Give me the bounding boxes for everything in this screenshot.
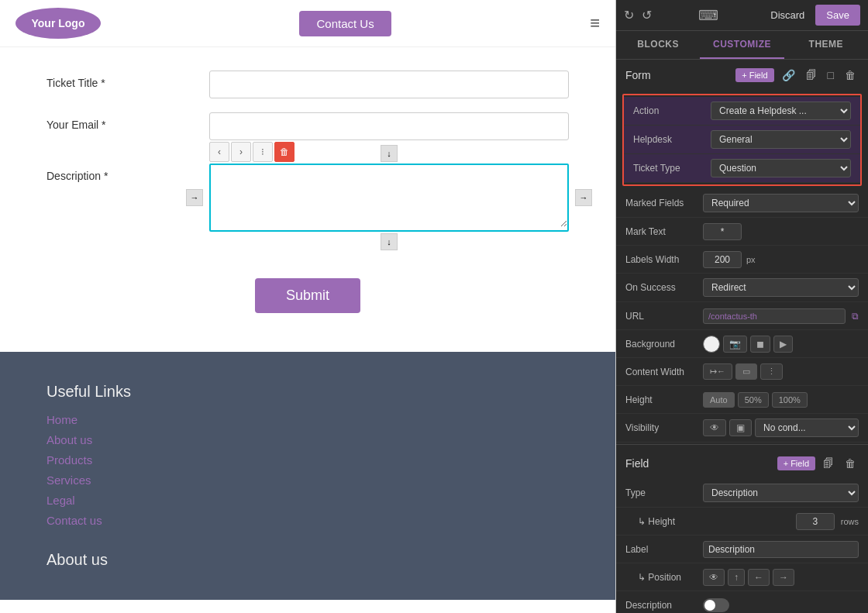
top-bar-actions: Discard Save xyxy=(764,5,860,26)
mobile-icon[interactable]: ⌨ xyxy=(698,7,718,24)
helpdesk-value: General xyxy=(711,130,851,149)
labels-width-input[interactable] xyxy=(703,251,742,268)
description-toggle[interactable] xyxy=(703,598,729,612)
height-50-btn[interactable]: 50% xyxy=(738,392,769,408)
arrow-down-center[interactable]: ↓ xyxy=(381,233,398,250)
description-highlighted xyxy=(209,164,569,232)
delete-section-btn[interactable]: 🗑 xyxy=(842,67,859,83)
link-icon-btn[interactable]: 🔗 xyxy=(779,67,798,83)
duplicate-icon-btn[interactable]: □ xyxy=(825,67,837,83)
field-height-unit: rows xyxy=(841,517,859,526)
height-value: Auto 50% 100% xyxy=(703,392,859,408)
pos-eye-btn[interactable]: 👁 xyxy=(703,569,725,586)
email-label: Your Email * xyxy=(46,112,209,131)
tab-blocks[interactable]: BLOCKS xyxy=(616,31,700,59)
copy-icon-btn[interactable]: 🗐 xyxy=(803,67,820,83)
mark-text-input[interactable] xyxy=(703,223,742,240)
ticket-type-select[interactable]: Question xyxy=(711,159,851,177)
pos-up-btn[interactable]: ↑ xyxy=(728,569,745,586)
height-100-btn[interactable]: 100% xyxy=(772,392,808,408)
external-link-icon[interactable]: ⧉ xyxy=(852,311,859,322)
bg-photo-btn[interactable]: 📷 xyxy=(723,336,747,353)
field-type-value: Description xyxy=(703,484,859,502)
arrow-left-outer[interactable]: → xyxy=(186,189,203,206)
height-label: Height xyxy=(625,394,703,405)
undo-icon[interactable]: ↻ xyxy=(624,8,634,22)
field-position-label: ↳ Position xyxy=(625,572,703,583)
footer-link-contact[interactable]: Contact us xyxy=(46,514,102,527)
content-width-box-btn[interactable]: ▭ xyxy=(735,363,757,380)
on-success-row: On Success Redirect xyxy=(616,274,868,302)
mark-text-row: Mark Text xyxy=(616,218,868,246)
field-section-title: Field xyxy=(625,457,649,470)
content-width-lines-btn[interactable]: ⋮ xyxy=(760,363,783,380)
redo-icon[interactable]: ↺ xyxy=(642,8,652,22)
description-textarea[interactable] xyxy=(211,165,567,227)
form-section-actions: + Field 🔗 🗐 □ 🗑 xyxy=(735,67,859,83)
marked-fields-select[interactable]: Required xyxy=(703,194,859,212)
bg-video-btn[interactable]: ▶ xyxy=(773,336,793,353)
content-width-row: Content Width ↦← ▭ ⋮ xyxy=(616,358,868,386)
next-field-btn[interactable]: › xyxy=(231,142,251,162)
field-label-value xyxy=(703,541,859,558)
arrow-right-outer[interactable]: → xyxy=(575,189,592,206)
background-label: Background xyxy=(625,339,703,350)
save-button[interactable]: Save xyxy=(815,5,860,26)
add-field-button-2[interactable]: + Field xyxy=(777,456,815,470)
bg-color-circle[interactable] xyxy=(703,336,720,353)
field-height-input[interactable] xyxy=(796,513,835,530)
grid-btn[interactable]: ⁝ xyxy=(253,142,273,162)
pos-right-btn[interactable]: → xyxy=(773,569,794,586)
right-panel: ↻ ↺ ⌨ Discard Save BLOCKS CUSTOMIZE THEM… xyxy=(616,0,868,613)
field-type-select[interactable]: Description xyxy=(703,484,859,502)
submit-button[interactable]: Submit xyxy=(255,278,360,313)
logo: Your Logo xyxy=(16,8,101,39)
mark-text-label: Mark Text xyxy=(625,226,703,237)
divider xyxy=(616,444,868,445)
site-footer: Useful Links Home About us Products Serv… xyxy=(0,352,615,600)
content-width-value: ↦← ▭ ⋮ xyxy=(703,363,859,380)
toggle-knob xyxy=(704,600,715,611)
field-copy-btn[interactable]: 🗐 xyxy=(820,456,837,471)
content-width-expand-btn[interactable]: ↦← xyxy=(703,363,732,380)
footer-link-about[interactable]: About us xyxy=(46,433,92,446)
bg-grid-btn[interactable]: ◼ xyxy=(750,336,770,353)
description-field-wrapper: ‹ › ⁝ 🗑 ↓ → → ↓ xyxy=(209,164,569,232)
marked-fields-label: Marked Fields xyxy=(625,198,703,208)
field-type-label: Type xyxy=(625,487,703,498)
tab-customize[interactable]: CUSTOMIZE xyxy=(700,31,784,59)
add-field-button[interactable]: + Field xyxy=(735,68,773,82)
on-success-select[interactable]: Redirect xyxy=(703,278,859,297)
vis-eye-btn[interactable]: 👁 xyxy=(703,419,726,436)
vis-cond-select[interactable]: No cond... xyxy=(755,418,859,437)
field-delete-btn[interactable]: 🗑 xyxy=(842,456,859,471)
url-label: URL xyxy=(625,311,703,322)
footer-link-products[interactable]: Products xyxy=(46,453,92,467)
helpdesk-select[interactable]: General xyxy=(711,130,851,149)
labels-width-label: Labels Width xyxy=(625,254,703,265)
hamburger-icon[interactable]: ≡ xyxy=(590,13,600,33)
vis-screen-btn[interactable]: ▣ xyxy=(729,419,752,436)
arrow-down-top[interactable]: ↓ xyxy=(381,145,398,162)
ticket-title-input[interactable] xyxy=(209,71,569,98)
ticket-type-value: Question xyxy=(711,159,851,177)
field-label-input[interactable] xyxy=(703,541,859,558)
tab-theme[interactable]: THEME xyxy=(784,31,868,59)
contact-button[interactable]: Contact Us xyxy=(299,11,391,36)
url-input[interactable] xyxy=(703,308,846,324)
footer-link-legal[interactable]: Legal xyxy=(46,494,75,507)
height-auto-btn[interactable]: Auto xyxy=(703,392,735,408)
action-select[interactable]: Create a Helpdesk ... xyxy=(711,102,851,120)
pos-left-btn[interactable]: ← xyxy=(748,569,770,586)
discard-button[interactable]: Discard xyxy=(764,6,811,24)
top-bar: ↻ ↺ ⌨ Discard Save xyxy=(616,0,868,31)
delete-field-btn[interactable]: 🗑 xyxy=(274,142,294,162)
labels-width-unit: px xyxy=(746,255,756,264)
prev-field-btn[interactable]: ‹ xyxy=(209,142,229,162)
description-row: Description * ‹ › ⁝ 🗑 ↓ → → xyxy=(46,164,569,255)
footer-link-home[interactable]: Home xyxy=(46,413,78,426)
email-input[interactable] xyxy=(209,112,569,140)
description-label: Description * xyxy=(46,164,209,182)
ticket-type-label: Ticket Type xyxy=(633,163,711,174)
footer-link-services[interactable]: Services xyxy=(46,474,91,487)
